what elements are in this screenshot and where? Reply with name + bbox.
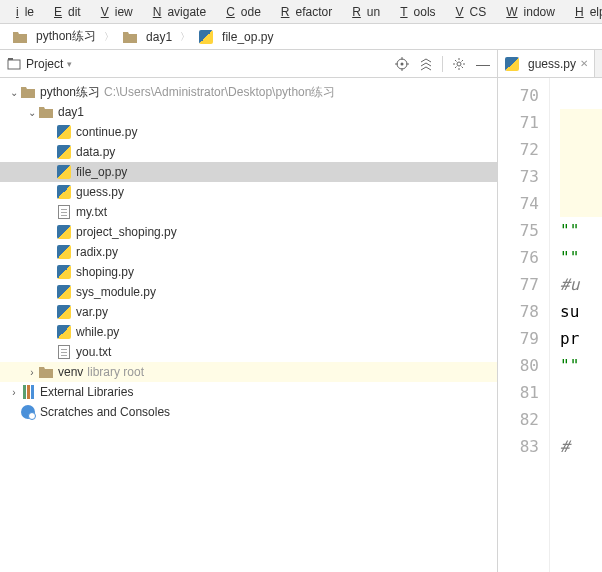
- line-number: 73: [498, 163, 549, 190]
- collapse-icon[interactable]: [418, 56, 434, 72]
- svg-rect-1: [8, 58, 13, 60]
- folder-icon: [122, 29, 138, 45]
- breadcrumb: python练习〉day1〉file_op.py: [0, 24, 602, 50]
- menu-vcs[interactable]: VCS: [444, 3, 493, 21]
- tree-file[interactable]: continue.py: [0, 122, 497, 142]
- code-line[interactable]: [560, 136, 602, 163]
- tree-icon: [56, 224, 72, 240]
- close-icon[interactable]: ✕: [580, 58, 588, 69]
- gear-icon[interactable]: [451, 56, 467, 72]
- tree-label: project_shoping.py: [76, 225, 177, 239]
- line-number: 76: [498, 244, 549, 271]
- expand-arrow[interactable]: ›: [26, 367, 38, 378]
- tree-file[interactable]: data.py: [0, 142, 497, 162]
- tree-label: day1: [58, 105, 84, 119]
- tree-icon: [56, 204, 72, 220]
- code-line[interactable]: [560, 109, 602, 136]
- menu-navigate[interactable]: Navigate: [141, 3, 212, 21]
- expand-arrow[interactable]: ⌄: [8, 87, 20, 98]
- menu-window[interactable]: Window: [494, 3, 561, 21]
- tree-file[interactable]: you.txt: [0, 342, 497, 362]
- code-line[interactable]: [560, 406, 602, 433]
- code-area[interactable]: """"#usupr""#: [550, 78, 602, 572]
- tree-venv[interactable]: ›venvlibrary root: [0, 362, 497, 382]
- tree-icon: [56, 184, 72, 200]
- code-line[interactable]: [560, 82, 602, 109]
- code-line[interactable]: [560, 190, 602, 217]
- tree-file[interactable]: project_shoping.py: [0, 222, 497, 242]
- code-line[interactable]: pr: [560, 325, 602, 352]
- tree-label: External Libraries: [40, 385, 133, 399]
- menu-help[interactable]: Help: [563, 3, 602, 21]
- editor-tabs: guess.py ✕: [498, 50, 602, 78]
- tree-file[interactable]: var.py: [0, 302, 497, 322]
- tree-hint: library root: [87, 365, 144, 379]
- line-number: 80: [498, 352, 549, 379]
- tree-root[interactable]: ⌄python练习C:\Users\Administrator\Desktop\…: [0, 82, 497, 102]
- tree-icon: [56, 164, 72, 180]
- line-number: 70: [498, 82, 549, 109]
- menu-edit[interactable]: Edit: [42, 3, 87, 21]
- tree-icon: [56, 324, 72, 340]
- code-line[interactable]: #u: [560, 271, 602, 298]
- menu-tools[interactable]: Tools: [388, 3, 441, 21]
- tree-label: shoping.py: [76, 265, 134, 279]
- tab-guess[interactable]: guess.py ✕: [498, 50, 595, 77]
- tree-hint: C:\Users\Administrator\Desktop\python练习: [104, 84, 335, 101]
- tree-file[interactable]: guess.py: [0, 182, 497, 202]
- tab-label: guess.py: [528, 57, 576, 71]
- tree-file[interactable]: radix.py: [0, 242, 497, 262]
- code-line[interactable]: su: [560, 298, 602, 325]
- breadcrumb-sep: 〉: [102, 30, 116, 44]
- code-line[interactable]: [560, 163, 602, 190]
- target-icon[interactable]: [394, 56, 410, 72]
- menu-refactor[interactable]: Refactor: [269, 3, 338, 21]
- line-number: 77: [498, 271, 549, 298]
- dropdown-icon[interactable]: ▾: [67, 59, 72, 69]
- folder-icon: [12, 29, 28, 45]
- tree-label: python练习: [40, 84, 100, 101]
- line-gutter: 7071727374757677787980818283: [498, 78, 550, 572]
- code-line[interactable]: "": [560, 217, 602, 244]
- project-tree[interactable]: ⌄python练习C:\Users\Administrator\Desktop\…: [0, 78, 497, 572]
- divider: [442, 56, 443, 72]
- breadcrumb-item[interactable]: file_op.py: [194, 27, 277, 47]
- menu-bar: ileEditViewNavigateCodeRefactorRunToolsV…: [0, 0, 602, 24]
- breadcrumb-label: file_op.py: [222, 30, 273, 44]
- line-number: 78: [498, 298, 549, 325]
- hide-icon[interactable]: —: [475, 56, 491, 72]
- tree-icon: [38, 364, 54, 380]
- tree-label: Scratches and Consoles: [40, 405, 170, 419]
- tree-external[interactable]: ›External Libraries: [0, 382, 497, 402]
- line-number: 82: [498, 406, 549, 433]
- editor-body[interactable]: 7071727374757677787980818283 """"#usupr"…: [498, 78, 602, 572]
- tree-file[interactable]: my.txt: [0, 202, 497, 222]
- tree-file[interactable]: file_op.py: [0, 162, 497, 182]
- project-view-icon[interactable]: [6, 56, 22, 72]
- line-number: 71: [498, 109, 549, 136]
- project-title[interactable]: Project: [26, 57, 63, 71]
- tree-file[interactable]: while.py: [0, 322, 497, 342]
- tree-scratches[interactable]: Scratches and Consoles: [0, 402, 497, 422]
- breadcrumb-item[interactable]: day1: [118, 27, 176, 47]
- menu-code[interactable]: Code: [214, 3, 267, 21]
- project-tool-window: Project ▾ — ⌄python练习C:\Users\Administra…: [0, 50, 498, 572]
- line-number: 72: [498, 136, 549, 163]
- tree-label: sys_module.py: [76, 285, 156, 299]
- tree-file[interactable]: shoping.py: [0, 262, 497, 282]
- code-line[interactable]: "": [560, 244, 602, 271]
- menu-run[interactable]: Run: [340, 3, 386, 21]
- tree-label: radix.py: [76, 245, 118, 259]
- tree-day1[interactable]: ⌄day1: [0, 102, 497, 122]
- tree-label: venv: [58, 365, 83, 379]
- code-line[interactable]: [560, 379, 602, 406]
- expand-arrow[interactable]: ⌄: [26, 107, 38, 118]
- expand-arrow[interactable]: ›: [8, 387, 20, 398]
- code-line[interactable]: "": [560, 352, 602, 379]
- tree-file[interactable]: sys_module.py: [0, 282, 497, 302]
- menu-ile[interactable]: ile: [4, 3, 40, 21]
- breadcrumb-item[interactable]: python练习: [8, 26, 100, 47]
- tree-icon: [56, 244, 72, 260]
- menu-view[interactable]: View: [89, 3, 139, 21]
- code-line[interactable]: #: [560, 433, 602, 460]
